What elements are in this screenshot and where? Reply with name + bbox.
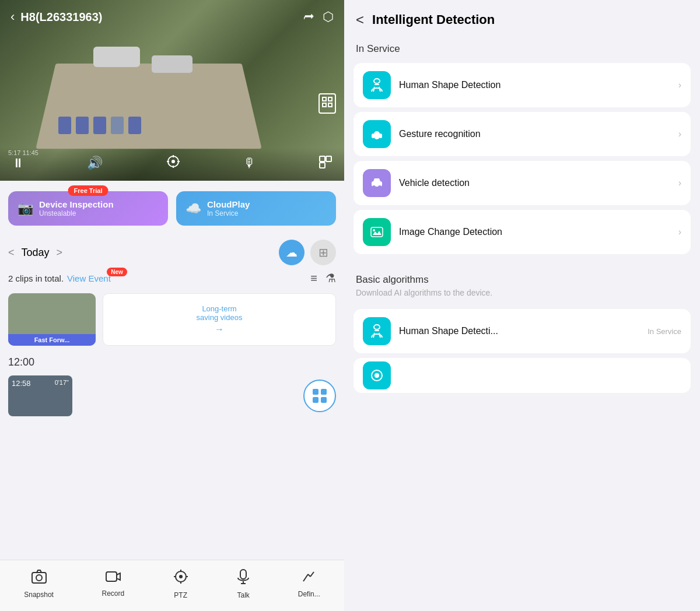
svg-rect-22 [240, 570, 246, 579]
multiscreen-icon[interactable] [318, 155, 332, 172]
right-panel-title: Intelligent Detection [372, 12, 495, 27]
camera-back-btn[interactable]: ‹ [10, 9, 15, 24]
microphone-icon[interactable]: 🎙 [243, 156, 256, 171]
device-inspection-title: Device Inspection [39, 199, 114, 209]
clip-thumbnail: 12:58 0'17" [8, 375, 72, 416]
timeline-next-btn[interactable]: > [57, 247, 63, 259]
svg-rect-38 [371, 227, 383, 237]
left-panel: ‹ H8(L26331963) ⮫ ⬡ 5:17 11:45 ⏸ 🔊 [0, 0, 344, 611]
basic-algo-subtitle: Download AI algorithms to the device. [356, 288, 688, 297]
toolbar-snapshot[interactable]: Snapshot [24, 569, 54, 599]
bottom-toolbar: Snapshot Record [0, 560, 344, 611]
timeline-time: 12:00 [0, 352, 344, 371]
svg-line-43 [379, 333, 380, 338]
human-shape-basic-icon-wrap [363, 317, 391, 345]
gesture-card[interactable]: Gesture recognition › [354, 112, 691, 156]
svg-point-14 [36, 575, 42, 581]
svg-line-42 [373, 333, 374, 338]
grid-fab-btn[interactable] [303, 380, 336, 412]
toolbar-ptz[interactable]: PTZ [173, 568, 189, 599]
settings-icon[interactable]: ⬡ [323, 9, 334, 24]
grid-view-btn[interactable]: ⊞ [310, 240, 336, 265]
svg-rect-32 [374, 131, 380, 139]
svg-line-25 [303, 574, 308, 581]
basic-algorithms-section: Basic algorithms Download AI algorithms … [344, 268, 700, 307]
volume-icon[interactable]: 🔊 [87, 156, 103, 171]
clips-info: 2 clips in total. View Event New ≡ ⚗ [0, 269, 344, 291]
clips-count-text: 2 clips in total. [8, 273, 64, 283]
share-icon[interactable]: ⮫ [304, 11, 314, 23]
svg-rect-3 [328, 103, 332, 107]
gesture-icon-wrap [363, 120, 391, 148]
svg-rect-0 [323, 97, 326, 101]
image-change-card[interactable]: Image Change Detection › [354, 210, 691, 254]
svg-line-30 [373, 87, 374, 92]
timeline-today-label: Today [22, 247, 50, 259]
svg-point-37 [378, 185, 382, 189]
free-trial-badge: Free Trial [68, 185, 108, 196]
image-change-chevron: › [678, 227, 681, 237]
right-back-btn[interactable]: < [356, 12, 364, 28]
svg-rect-41 [374, 330, 379, 331]
filter-icon[interactable]: ⚗ [326, 271, 336, 285]
human-shape-card[interactable]: Human Shape Detection › [354, 63, 691, 107]
snapshot-icon [31, 569, 47, 588]
right-panel: < Intelligent Detection In Service Human… [344, 0, 700, 611]
long-term-card[interactable]: Long-term saving videos → [103, 293, 336, 346]
partial-icon [363, 361, 391, 389]
gesture-name: Gesture recognition [399, 129, 670, 139]
ptz-icon[interactable] [166, 154, 181, 173]
human-shape-basic-card[interactable]: Human Shape Detecti... In Service [354, 309, 691, 353]
svg-rect-10 [320, 156, 325, 161]
clip-time: 12:58 [12, 379, 31, 388]
ptz-label: PTZ [174, 591, 187, 599]
basic-algo-title: Basic algorithms [356, 274, 688, 286]
svg-rect-12 [320, 163, 325, 168]
human-shape-name: Human Shape Detection [399, 80, 670, 90]
fullscreen-icon[interactable] [318, 93, 336, 114]
svg-line-27 [310, 572, 314, 577]
svg-rect-15 [106, 572, 117, 581]
human-shape-icon-wrap [363, 71, 391, 99]
define-icon [302, 570, 316, 587]
svg-rect-40 [374, 325, 380, 329]
right-panel-header: < Intelligent Detection [344, 0, 700, 34]
svg-rect-29 [374, 84, 379, 85]
record-icon [105, 570, 121, 587]
list-view-icon[interactable]: ≡ [310, 272, 317, 285]
toolbar-record[interactable]: Record [102, 570, 124, 598]
camera-controls: ⏸ 🔊 🎙 [0, 148, 344, 181]
pause-icon[interactable]: ⏸ [12, 156, 24, 171]
cloudplay-title: CloudPlay [207, 199, 250, 209]
svg-line-31 [379, 87, 380, 92]
view-event-link[interactable]: View Event New [67, 273, 111, 283]
clip-entry-1[interactable]: 12:58 0'17" [0, 371, 344, 421]
new-badge: New [107, 268, 127, 276]
fast-forward-label: Fast Forw... [8, 334, 96, 346]
record-label: Record [102, 589, 124, 598]
cloud-storage-btn[interactable]: ☁ [279, 240, 304, 265]
toolbar-talk[interactable]: Talk [237, 568, 250, 599]
device-inspection-icon: 📷 [18, 201, 33, 216]
camera-feed: ‹ H8(L26331963) ⮫ ⬡ 5:17 11:45 ⏸ 🔊 [0, 0, 344, 181]
talk-icon [237, 568, 250, 588]
cloudplay-btn[interactable]: ☁️ CloudPlay In Service [176, 191, 336, 226]
long-term-arrow-icon: → [215, 324, 224, 335]
timeline-header: < Today > ☁ ⊞ [0, 234, 344, 269]
svg-point-17 [179, 575, 183, 578]
svg-point-36 [372, 185, 376, 189]
svg-rect-33 [372, 134, 374, 138]
svg-rect-2 [323, 103, 326, 107]
cloudplay-sub: In Service [207, 209, 250, 217]
vehicle-card[interactable]: Vehicle detection › [354, 161, 691, 205]
talk-label: Talk [237, 591, 250, 599]
service-buttons: Free Trial 📷 Device Inspection Unstealab… [0, 181, 344, 234]
video-thumbnail-1[interactable]: Fast Forw... [8, 293, 96, 346]
video-clips-row: Fast Forw... Long-term saving videos → [0, 291, 344, 352]
toolbar-define[interactable]: Defin... [298, 570, 320, 598]
svg-rect-28 [374, 79, 380, 83]
partial-bottom-card[interactable] [354, 358, 691, 393]
device-inspection-btn[interactable]: Free Trial 📷 Device Inspection Unstealab… [8, 191, 168, 226]
human-shape-chevron: › [678, 80, 681, 90]
timeline-prev-btn[interactable]: < [8, 247, 15, 259]
